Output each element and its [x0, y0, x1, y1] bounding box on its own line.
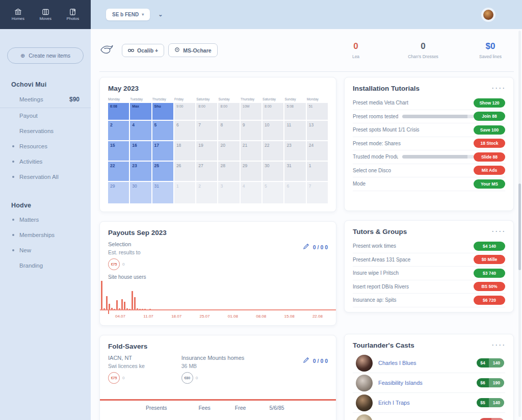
sidebar-item-matters[interactable]: Matters	[0, 212, 91, 227]
sidebar-item-new[interactable]: New	[0, 243, 91, 258]
calendar-cell[interactable]: 29	[241, 162, 262, 181]
list-item[interactable]: Charles I Blues$4140	[353, 353, 505, 373]
edit-icon[interactable]	[303, 357, 309, 364]
calendar-cell[interactable]: 22	[108, 162, 129, 181]
sidebar-item-payout[interactable]: Payout	[0, 108, 91, 123]
list-item[interactable]: Preset spots Mount 1/1 CrisisSave 100	[353, 123, 505, 137]
calendar-cell[interactable]: Shu	[152, 103, 173, 120]
calendar-cell[interactable]: 5:08	[284, 103, 305, 120]
list-item[interactable]: Present Areas 131 Space$0 Mille	[353, 253, 505, 267]
calendar-cell[interactable]: 3	[218, 182, 239, 203]
nav-item-moves[interactable]: Moves	[39, 8, 51, 21]
sidebar-item-activities[interactable]: Activities	[0, 154, 91, 169]
calendar-cell[interactable]: 28	[218, 162, 239, 181]
list-item[interactable]: Preset rooms tested with CMC 1Join 88	[353, 110, 505, 124]
list-item[interactable]: Preset media Veta ChartShow 120	[353, 96, 505, 110]
calendar-cell[interactable]: 23	[130, 162, 151, 181]
list-item[interactable]: Feasibility Islands$6190	[353, 373, 505, 393]
calendar-cell[interactable]: 17	[152, 141, 173, 161]
ms-ochare-button[interactable]: MS-Ochare	[168, 43, 217, 57]
scrollbar-thumb[interactable]	[518, 183, 521, 270]
list-item[interactable]: Select one DiscoMit Ads	[353, 164, 505, 178]
calendar-cell[interactable]: 31	[284, 162, 305, 181]
calendar-cell[interactable]: 6	[174, 121, 195, 140]
person-link[interactable]: Charles I Blues	[378, 360, 416, 366]
list-item[interactable]: Trusted mode Products 1-125 1Slide 88	[353, 150, 505, 164]
calendar-cell[interactable]: 10M	[241, 103, 262, 120]
calendar-cell[interactable]: 30	[263, 162, 283, 181]
person-link[interactable]: Feasibility Islands	[378, 380, 423, 386]
calendar-cell[interactable]: 10	[263, 121, 283, 140]
avatar[interactable]	[481, 8, 495, 22]
calendar-cell[interactable]: 13	[307, 121, 328, 140]
scrollbar[interactable]	[518, 31, 521, 417]
list-item[interactable]: ModeYour MS	[353, 177, 505, 191]
calendar-cell[interactable]: 20	[218, 141, 239, 161]
calendar-cell[interactable]: 30	[130, 182, 151, 203]
calendar-cell[interactable]: 7	[196, 121, 217, 140]
list-item[interactable]: Insurance ap: Spits$6 720	[353, 294, 505, 307]
more-menu-icon[interactable]: ····	[492, 228, 506, 235]
calendar-cell[interactable]: 5	[263, 182, 283, 203]
calendar-cell[interactable]: 27	[196, 162, 217, 181]
list-item[interactable]: Preset mode: Shares18 Stock	[353, 137, 505, 151]
calendar-cell[interactable]: 4	[130, 121, 151, 140]
calendar-cell[interactable]: 18	[174, 141, 195, 161]
calendar-cell[interactable]: 8:00	[263, 103, 283, 120]
calendar-cell[interactable]: 5	[152, 121, 173, 140]
sidebar-item-reservations[interactable]: Reservations	[0, 123, 91, 139]
create-new-button[interactable]: ⊕ Create new items	[7, 47, 84, 64]
person-link[interactable]: Erich I Traps	[378, 400, 410, 406]
chevron-down-icon[interactable]: ⌄	[158, 11, 163, 18]
list-item[interactable]: Insure wipe I Pritsch$3 740	[353, 267, 505, 280]
calendar-cell[interactable]: 4	[241, 182, 262, 203]
list-item[interactable]: Insert report DB/a RiversBS 50%	[353, 280, 505, 294]
calendar-cell[interactable]: 23	[284, 141, 305, 161]
calendar-cell[interactable]: 25	[152, 162, 173, 181]
sidebar-item-reservation-all[interactable]: Reservation All	[0, 169, 91, 185]
list-item[interactable]: Present work times$4 140	[353, 240, 505, 253]
counter-values[interactable]: 0 / 0 0	[313, 244, 328, 250]
calendar-cell[interactable]: 8:00	[218, 103, 239, 120]
ocalib-button[interactable]: Ocalib +	[122, 44, 164, 57]
workspace-selector[interactable]: SE b FEND ▾	[106, 9, 150, 20]
sidebar-item-branding[interactable]: Branding	[0, 258, 91, 273]
calendar-cell[interactable]: 6	[284, 182, 305, 203]
dove-icon[interactable]	[99, 44, 114, 57]
calendar-cell[interactable]: 11	[284, 121, 305, 140]
calendar-cell[interactable]: 7	[307, 182, 328, 203]
calendar-cell[interactable]: 2	[108, 121, 129, 140]
calendar-cell[interactable]: 15	[108, 141, 129, 161]
sidebar-item-memberships[interactable]: Memberships	[0, 227, 91, 243]
calendar-cell[interactable]: 1	[174, 182, 195, 203]
calendar-cell[interactable]: 26	[174, 162, 195, 181]
counter-values[interactable]: 0 / 0 0	[313, 358, 328, 364]
payouts-tools: 0 / 0 0	[303, 243, 328, 251]
calendar-cell[interactable]: 6:08	[108, 103, 129, 120]
edit-icon[interactable]	[303, 243, 309, 251]
calendar-cell[interactable]: 9:00	[174, 103, 195, 120]
nav-item-homes[interactable]: Homes	[12, 8, 24, 21]
calendar-cell[interactable]: 24	[307, 141, 328, 161]
sidebar-item-resources[interactable]: Resources	[0, 139, 91, 154]
calendar-cell[interactable]: 22	[263, 141, 283, 161]
calendar-cell[interactable]: 51	[307, 103, 328, 120]
list-item[interactable]: Far said$685	[353, 413, 505, 420]
more-menu-icon[interactable]: ····	[492, 85, 506, 92]
calendar-cell[interactable]: 8	[218, 121, 239, 140]
calendar-cell[interactable]: 16	[130, 141, 151, 161]
calendar-cell[interactable]: 19	[196, 141, 217, 161]
sidebar-item-meetings[interactable]: Meetings$90	[0, 91, 91, 108]
calendar-cell[interactable]: 21	[241, 141, 262, 161]
calendar-cell[interactable]: 29	[108, 182, 129, 203]
calendar-cell[interactable]: Max	[130, 103, 151, 120]
more-menu-icon[interactable]: ····	[492, 342, 506, 349]
sidebar-item-label: Memberships	[19, 232, 55, 238]
calendar-cell[interactable]: 1	[307, 162, 328, 181]
calendar-cell[interactable]: 8:00	[196, 103, 217, 120]
calendar-cell[interactable]: 9	[241, 121, 262, 140]
list-item[interactable]: Erich I Traps$5140	[353, 393, 505, 413]
nav-item-photos[interactable]: Photos	[66, 8, 79, 21]
calendar-cell[interactable]: 31	[152, 182, 173, 203]
calendar-cell[interactable]: 2	[196, 182, 217, 203]
